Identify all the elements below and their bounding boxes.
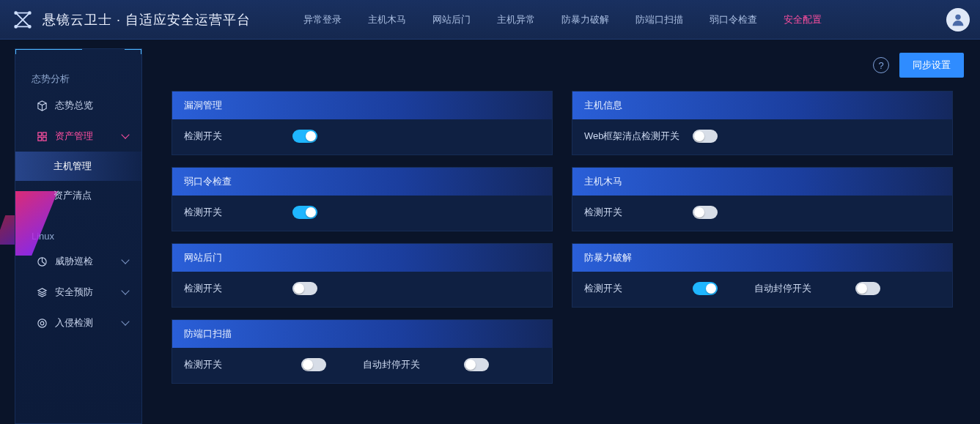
- panel-title: 网站后门: [172, 244, 552, 272]
- detect-switch[interactable]: [693, 130, 718, 143]
- sidebar-sub-host-mgmt[interactable]: 主机管理: [15, 152, 141, 181]
- switch-label: 检测开关: [584, 282, 693, 295]
- svg-rect-7: [37, 137, 41, 141]
- svg-point-11: [40, 321, 44, 325]
- panel-title: 主机木马: [572, 168, 952, 196]
- switch-label: 自动封停开关: [363, 358, 420, 371]
- panel-vuln-mgmt: 漏洞管理 检测开关: [172, 91, 553, 155]
- svg-point-1: [29, 12, 31, 14]
- svg-point-2: [15, 25, 17, 27]
- sidebar-item-label: 主机管理: [54, 160, 92, 173]
- grid-icon: [36, 130, 48, 142]
- help-icon[interactable]: ?: [873, 57, 889, 73]
- sidebar-item-label: 资产清点: [54, 189, 92, 202]
- topnav-weak-pwd[interactable]: 弱口令检查: [696, 0, 770, 39]
- sidebar-item-label: 威胁巡检: [55, 255, 93, 268]
- panel-web-backdoor: 网站后门 检测开关: [172, 243, 553, 308]
- sidebar-sub-asset-inventory[interactable]: 资产清点: [15, 181, 141, 210]
- panel-host-trojan: 主机木马 检测开关: [572, 167, 953, 231]
- switch-label: 自动封停开关: [754, 282, 811, 295]
- detect-switch[interactable]: [693, 206, 718, 219]
- sidebar-item-label: 态势总览: [55, 99, 93, 112]
- sidebar-section-linux: Linux: [15, 223, 141, 246]
- topnav-brute-force[interactable]: 防暴力破解: [548, 0, 622, 39]
- sidebar-item-label: 入侵检测: [55, 316, 93, 330]
- sidebar-item-label: 安全预防: [55, 286, 93, 299]
- panel-brute-force: 防暴力破解 检测开关 自动封停开关: [572, 243, 953, 308]
- panel-title: 防暴力破解: [572, 244, 952, 272]
- header-bar: 悬镜云卫士 · 自适应安全运营平台 异常登录 主机木马 网站后门 主机异常 防暴…: [0, 0, 980, 40]
- panel-grid: 漏洞管理 检测开关 主机信息 Web框架清点检测开关 弱口令检查 检: [172, 91, 964, 384]
- top-nav: 异常登录 主机木马 网站后门 主机异常 防暴力破解 防端口扫描 弱口令检查 安全…: [290, 0, 835, 39]
- sidebar-item-overview[interactable]: 态势总览: [15, 90, 141, 121]
- topnav-abnormal-login[interactable]: 异常登录: [290, 0, 355, 39]
- topnav-web-backdoor[interactable]: 网站后门: [419, 0, 484, 39]
- user-avatar[interactable]: [946, 8, 970, 31]
- panel-weak-pwd: 弱口令检查 检测开关: [172, 167, 553, 231]
- sidebar-item-security-prevent[interactable]: 安全预防: [15, 277, 141, 308]
- topnav-host-trojan[interactable]: 主机木马: [355, 0, 419, 39]
- detect-switch[interactable]: [292, 130, 317, 143]
- svg-point-4: [955, 15, 960, 20]
- brand-title: 悬镜云卫士 · 自适应安全运营平台: [43, 11, 251, 29]
- detect-switch[interactable]: [301, 358, 326, 371]
- auto-block-switch[interactable]: [464, 358, 489, 371]
- main-content: ? 同步设置 漏洞管理 检测开关 主机信息 Web框架清点检测开关 弱口令: [155, 40, 980, 424]
- svg-point-0: [15, 12, 17, 14]
- detect-switch[interactable]: [693, 282, 718, 295]
- sidebar-item-intrusion-detect[interactable]: 入侵检测: [15, 308, 141, 338]
- svg-point-3: [29, 25, 31, 27]
- switch-label: 检测开关: [184, 282, 292, 295]
- detect-switch[interactable]: [292, 206, 317, 219]
- panel-title: 漏洞管理: [172, 92, 552, 119]
- layers-icon: [36, 286, 48, 298]
- panel-title: 主机信息: [572, 92, 952, 119]
- toolbar: ? 同步设置: [172, 53, 964, 78]
- auto-block-switch[interactable]: [855, 282, 880, 295]
- cube-icon: [36, 100, 48, 111]
- sidebar-section-situation: 态势分析: [15, 65, 141, 90]
- svg-rect-5: [37, 132, 41, 135]
- switch-label: 检测开关: [584, 206, 693, 219]
- target-icon: [36, 317, 48, 329]
- switch-label: Web框架清点检测开关: [584, 130, 693, 143]
- topnav-host-abnormal[interactable]: 主机异常: [484, 0, 548, 39]
- svg-point-10: [37, 319, 45, 327]
- svg-rect-6: [43, 132, 46, 135]
- sidebar-item-threat-patrol[interactable]: 威胁巡检: [15, 246, 141, 277]
- svg-rect-8: [43, 137, 46, 141]
- topnav-security-config[interactable]: 安全配置: [770, 0, 835, 39]
- panel-title: 弱口令检查: [172, 168, 552, 196]
- sync-settings-button[interactable]: 同步设置: [899, 53, 964, 78]
- switch-label: 检测开关: [184, 358, 235, 371]
- switch-label: 检测开关: [184, 130, 292, 143]
- brand-logo-icon: [10, 7, 35, 32]
- detect-switch[interactable]: [292, 282, 317, 295]
- sidebar-item-label: 资产管理: [55, 130, 93, 143]
- switch-label: 检测开关: [184, 206, 292, 219]
- radar-icon: [36, 256, 48, 267]
- panel-port-scan: 防端口扫描 检测开关 自动封停开关: [172, 319, 553, 384]
- panel-title: 防端口扫描: [172, 320, 552, 348]
- sidebar: 态势分析 态势总览 资产管理 主机管理 资产清点 Linux 威胁巡检: [15, 48, 142, 424]
- panel-host-info: 主机信息 Web框架清点检测开关: [572, 91, 953, 155]
- topnav-port-scan[interactable]: 防端口扫描: [622, 0, 696, 39]
- sidebar-item-asset-mgmt[interactable]: 资产管理: [15, 121, 141, 152]
